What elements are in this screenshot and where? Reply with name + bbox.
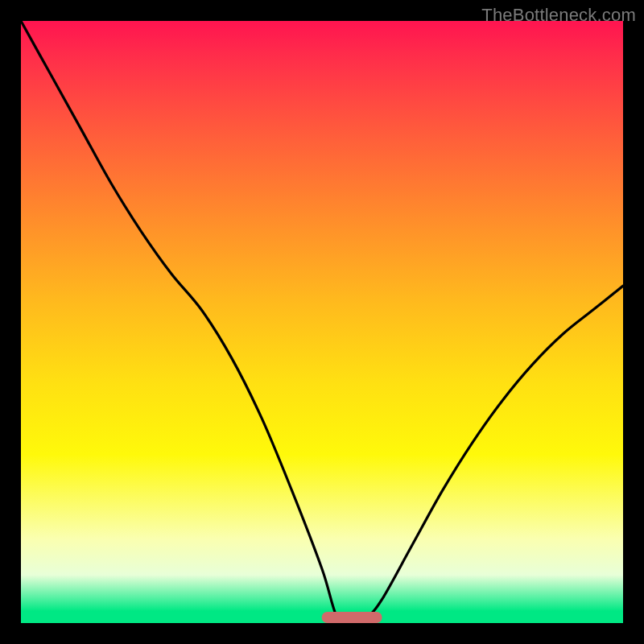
watermark-text: TheBottleneck.com [481,5,636,26]
bottleneck-curve [21,21,623,623]
plot-area [21,21,623,623]
optimal-range-indicator [322,612,382,623]
chart-frame: TheBottleneck.com [0,0,644,644]
